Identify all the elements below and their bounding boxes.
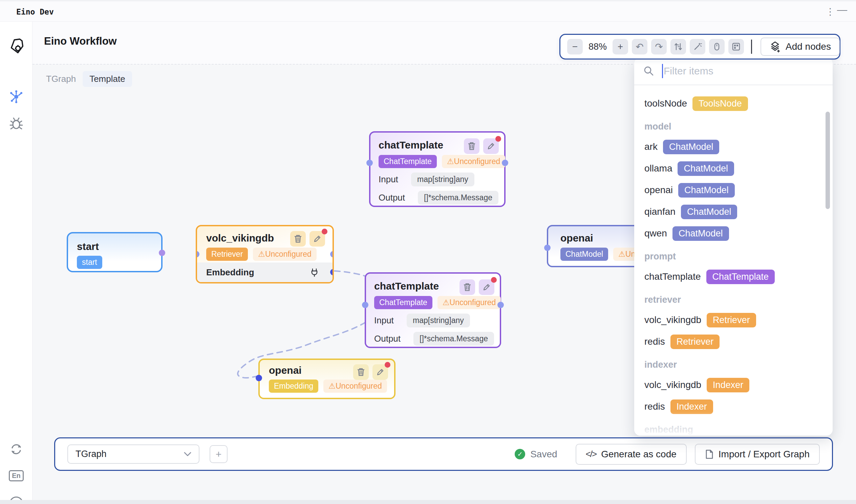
- trash-icon: [294, 234, 302, 243]
- tag-gear-logo-icon: [8, 38, 25, 54]
- warning-icon: ⚠: [258, 250, 265, 258]
- unsaved-indicator-dot: [495, 136, 501, 142]
- edit-node-button[interactable]: [373, 364, 388, 380]
- check-icon: ✓: [515, 449, 525, 460]
- sidebar-item-workflow[interactable]: [0, 88, 33, 106]
- trash-icon: [468, 142, 476, 150]
- output-port[interactable]: [159, 250, 165, 256]
- add-node-item-qianfan-chatmodel[interactable]: qianfan ChatModel: [644, 201, 833, 222]
- input-port[interactable]: [544, 245, 551, 251]
- window-minimize-icon[interactable]: —: [837, 4, 847, 16]
- node-chattemplate-1[interactable]: chatTemplate ChatTemplate ⚠Unconfigured …: [369, 131, 506, 207]
- plus-icon: +: [618, 41, 623, 52]
- edit-node-button[interactable]: [483, 138, 499, 154]
- output-type: []*schema.Message: [418, 191, 498, 205]
- undo-icon: ↶: [636, 41, 643, 52]
- warning-icon: ⚠: [328, 381, 336, 390]
- plus-icon: +: [216, 449, 222, 460]
- undo-button[interactable]: ↶: [632, 39, 647, 54]
- zoom-in-button[interactable]: +: [613, 39, 628, 54]
- refresh-icon: [9, 442, 24, 457]
- add-node-item-toolsnode[interactable]: toolsNode ToolsNode: [644, 93, 833, 114]
- add-node-item-redis-retriever[interactable]: redis Retriever: [644, 331, 833, 353]
- output-port[interactable]: [502, 160, 508, 166]
- add-nodes-panel: toolsNode ToolsNode model ark ChatModel …: [634, 57, 833, 436]
- add-nodes-button[interactable]: Add nodes: [760, 38, 840, 56]
- app-logo[interactable]: [0, 35, 33, 57]
- embedding-slot-row[interactable]: Embedding: [197, 263, 332, 282]
- layers-plus-icon: [769, 41, 781, 52]
- save-status: ✓ Saved: [515, 449, 567, 460]
- output-port[interactable]: [497, 302, 504, 308]
- filter-row: [634, 57, 833, 85]
- node-type-list[interactable]: toolsNode ToolsNode model ark ChatModel …: [634, 85, 833, 435]
- auto-layout-button[interactable]: [670, 39, 686, 54]
- window-menu-icon[interactable]: ⋮: [825, 6, 835, 17]
- graph-select[interactable]: TGraph: [67, 445, 200, 464]
- group-header-prompt: prompt: [644, 244, 833, 266]
- mouse-mode-button[interactable]: [709, 39, 725, 54]
- status-badge: ⚠Unconfigured: [442, 155, 505, 168]
- chevron-down-icon: [184, 452, 191, 457]
- node-chattemplate-2[interactable]: chatTemplate ChatTemplate ⚠Unconfigured …: [365, 272, 501, 348]
- delete-node-button[interactable]: [353, 364, 369, 380]
- zoom-out-button[interactable]: −: [567, 39, 583, 54]
- input-port[interactable]: [362, 302, 369, 308]
- type-badge: ChatModel: [663, 140, 720, 154]
- pencil-icon: [482, 283, 491, 291]
- edit-node-button[interactable]: [309, 231, 325, 247]
- redo-button[interactable]: ↷: [651, 39, 667, 54]
- node-start[interactable]: start start: [67, 232, 162, 272]
- trash-icon: [463, 283, 471, 292]
- status-badge: ⚠Unconfigured: [323, 379, 387, 393]
- tab-tgraph[interactable]: TGraph: [46, 71, 76, 87]
- edit-node-button[interactable]: [479, 280, 494, 295]
- type-badge: ChatModel: [678, 161, 734, 176]
- minimap-button[interactable]: [728, 39, 744, 54]
- node-type-badge: ChatTemplate: [374, 296, 432, 309]
- add-node-item-qwen-chatmodel[interactable]: qwen ChatModel: [644, 222, 833, 244]
- add-node-item-volcvikingdb-indexer[interactable]: volc_vikingdb Indexer: [644, 374, 833, 396]
- add-node-item-ark-chatmodel[interactable]: ark ChatModel: [644, 136, 833, 158]
- filter-input[interactable]: [664, 65, 806, 77]
- node-title: start: [77, 241, 161, 252]
- delete-node-button[interactable]: [290, 231, 306, 247]
- delete-node-button[interactable]: [464, 138, 479, 154]
- tab-template[interactable]: Template: [83, 71, 132, 87]
- sidebar-item-debug[interactable]: [0, 114, 33, 132]
- type-badge: ChatTemplate: [706, 270, 775, 284]
- add-node-item-ollama-chatmodel[interactable]: ollama ChatModel: [644, 158, 833, 179]
- search-icon: [643, 65, 654, 77]
- add-node-item-openai-chatmodel[interactable]: openai ChatModel: [644, 179, 833, 201]
- add-graph-button[interactable]: +: [210, 445, 227, 463]
- app-title: Eino Dev: [16, 7, 54, 16]
- redo-icon: ↷: [655, 41, 663, 52]
- delete-node-button[interactable]: [460, 280, 475, 295]
- language-button[interactable]: En: [0, 467, 33, 484]
- magic-wand-button[interactable]: [690, 39, 705, 54]
- import-export-button[interactable]: Import / Export Graph: [695, 444, 820, 465]
- add-node-item-chattemplate[interactable]: chatTemplate ChatTemplate: [644, 266, 833, 288]
- plug-icon: [310, 268, 319, 277]
- graph-bottom-bar: TGraph + ✓ Saved </> Generate as code Im…: [54, 437, 833, 471]
- node-volc-vikingdb[interactable]: volc_vikingdb Retriever ⚠Unconfigured Em…: [196, 225, 334, 284]
- type-badge: Retriever: [707, 313, 756, 327]
- generate-code-button[interactable]: </> Generate as code: [576, 444, 687, 465]
- panel-scrollbar-thumb[interactable]: [825, 112, 830, 209]
- embedding-input-port[interactable]: [256, 375, 262, 381]
- refresh-button[interactable]: [0, 440, 33, 458]
- unsaved-indicator-dot: [322, 229, 327, 234]
- bug-icon: [9, 116, 24, 130]
- node-openai-embedding[interactable]: openai Embedding ⚠Unconfigured: [258, 359, 395, 399]
- list-bottom-fade: [634, 411, 833, 435]
- window-titlebar: Eino Dev ⋮ —: [0, 0, 856, 22]
- add-node-item-volcvikingdb-retriever[interactable]: volc_vikingdb Retriever: [644, 309, 833, 331]
- file-icon: [705, 449, 714, 460]
- input-port[interactable]: [366, 160, 373, 166]
- type-badge: ChatModel: [672, 226, 729, 241]
- output-type: []*schema.Message: [413, 332, 494, 346]
- text-cursor: [662, 64, 663, 78]
- node-type-badge: Embedding: [269, 379, 318, 393]
- canvas-toolbar: − 88% + ↶ ↷: [559, 34, 840, 59]
- language-icon: En: [9, 470, 24, 481]
